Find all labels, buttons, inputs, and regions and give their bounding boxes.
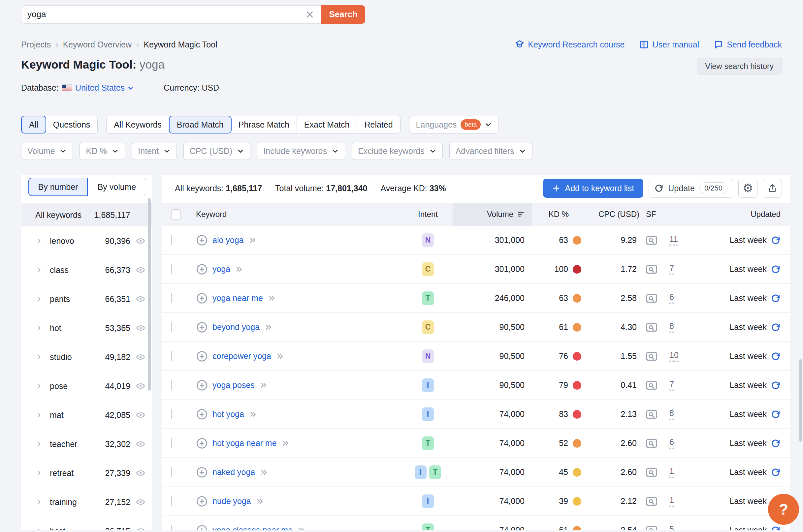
header-link-user-manual[interactable]: User manual [639,40,699,50]
serp-features-icon[interactable] [645,350,658,363]
refresh-icon[interactable] [771,526,781,531]
add-keyword-icon[interactable] [196,437,208,449]
row-checkbox[interactable] [171,293,172,303]
sf-count[interactable]: 8 [669,322,674,332]
sidebar-item-retreat[interactable]: retreat 27,339 [21,458,152,488]
keyword-link[interactable]: beyond yoga [213,322,260,332]
refresh-icon[interactable] [771,380,781,390]
keyword-link[interactable]: yoga poses [213,380,255,390]
refresh-icon[interactable] [771,468,781,477]
sidebar-item-mat[interactable]: mat 42,085 [21,400,152,430]
keyword-link[interactable]: corepower yoga [213,352,271,361]
breadcrumb-projects[interactable]: Projects [21,40,51,50]
tab-exact-match[interactable]: Exact Match [297,116,357,133]
filter-include-keywords[interactable]: Include keywords [257,142,345,160]
refresh-icon[interactable] [771,352,781,361]
export-button[interactable] [763,179,782,198]
add-keyword-icon[interactable] [196,379,208,391]
help-button[interactable]: ? [768,494,799,525]
sidebar-toggle-by-number[interactable]: By number [29,178,88,196]
eye-icon[interactable] [135,468,145,478]
tab-questions[interactable]: Questions [46,116,98,133]
filter-cpc-usd-[interactable]: CPC (USD) [183,142,250,160]
serp-features-icon[interactable] [645,495,658,508]
row-checkbox[interactable] [171,525,172,530]
row-checkbox[interactable] [171,322,172,332]
eye-icon[interactable] [135,323,145,333]
sf-count[interactable]: 6 [669,438,674,449]
refresh-icon[interactable] [771,322,781,332]
serp-features-icon[interactable] [645,321,658,334]
sidebar-item-training[interactable]: training 27,152 [21,488,152,516]
languages-dropdown[interactable]: Languages beta [409,116,499,133]
row-checkbox[interactable] [171,264,172,274]
open-keyword-icon[interactable] [235,265,243,273]
eye-icon[interactable] [135,410,145,420]
row-checkbox[interactable] [171,351,172,361]
add-keyword-icon[interactable] [196,350,208,362]
sidebar-toggle-by-volume[interactable]: By volume [88,178,146,196]
add-keyword-icon[interactable] [196,408,208,420]
sf-count[interactable]: 7 [669,380,674,391]
keyword-link[interactable]: nude yoga [213,496,251,506]
filter-volume[interactable]: Volume [21,142,73,160]
open-keyword-icon[interactable] [256,497,264,506]
open-keyword-icon[interactable] [268,294,276,303]
refresh-icon[interactable] [771,293,781,303]
add-keyword-icon[interactable] [196,234,208,246]
search-input[interactable] [28,9,304,19]
tab-related[interactable]: Related [357,116,400,133]
serp-features-icon[interactable] [645,466,658,479]
open-keyword-icon[interactable] [260,468,268,477]
eye-icon[interactable] [135,439,145,449]
eye-icon[interactable] [135,294,145,304]
filter-exclude-keywords[interactable]: Exclude keywords [352,142,442,160]
sf-count[interactable]: 6 [669,293,674,304]
row-checkbox[interactable] [171,235,172,245]
refresh-icon[interactable] [771,410,781,419]
eye-icon[interactable] [135,352,145,362]
database-selector[interactable]: United States [75,83,134,93]
open-keyword-icon[interactable] [259,381,268,390]
sidebar-item-studio[interactable]: studio 49,182 [21,342,152,372]
clear-search-icon[interactable] [304,9,315,20]
header-link-keyword-research-course[interactable]: Keyword Research course [515,40,624,50]
serp-features-icon[interactable] [645,234,658,247]
filter-intent[interactable]: Intent [132,142,177,160]
row-checkbox[interactable] [171,467,172,477]
header-link-send-feedback[interactable]: Send feedback [714,40,782,50]
sidebar-item-hot[interactable]: hot 53,365 [21,314,152,342]
column-volume[interactable]: Volume [453,203,532,226]
add-keyword-icon[interactable] [196,467,208,478]
sidebar-item-pants[interactable]: pants 66,351 [21,284,152,314]
eye-icon[interactable] [135,265,145,275]
eye-icon[interactable] [135,381,145,391]
keyword-link[interactable]: naked yoga [213,468,255,477]
row-checkbox[interactable] [171,438,172,448]
tab-all[interactable]: All [21,116,46,133]
keyword-link[interactable]: yoga [213,264,230,274]
sf-count[interactable]: 8 [669,409,674,420]
filter-kd-[interactable]: KD % [79,142,125,160]
refresh-icon[interactable] [771,235,781,245]
open-keyword-icon[interactable] [249,236,257,245]
add-keyword-icon[interactable] [196,292,208,304]
keyword-link[interactable]: yoga classes near me [213,526,293,530]
add-keyword-icon[interactable] [196,495,208,507]
add-keyword-icon[interactable] [196,263,208,275]
sidebar-scrollbar[interactable] [148,198,151,391]
sf-count[interactable]: 1 [669,467,674,478]
serp-features-icon[interactable] [645,524,658,531]
table-settings-button[interactable]: ⚙ [738,179,758,198]
serp-features-icon[interactable] [645,292,658,305]
sidebar-all-keywords-row[interactable]: All keywords 1,685,117 [21,203,152,226]
page-scrollbar[interactable] [799,359,802,442]
add-keyword-icon[interactable] [196,321,208,333]
serp-features-icon[interactable] [645,408,658,421]
sidebar-item-best[interactable]: best 26,715 [21,516,152,530]
add-to-keyword-list-button[interactable]: Add to keyword list [543,179,643,198]
sf-count[interactable]: 10 [669,351,679,362]
open-keyword-icon[interactable] [249,410,257,419]
serp-features-icon[interactable] [645,379,658,392]
eye-icon[interactable] [135,526,145,530]
